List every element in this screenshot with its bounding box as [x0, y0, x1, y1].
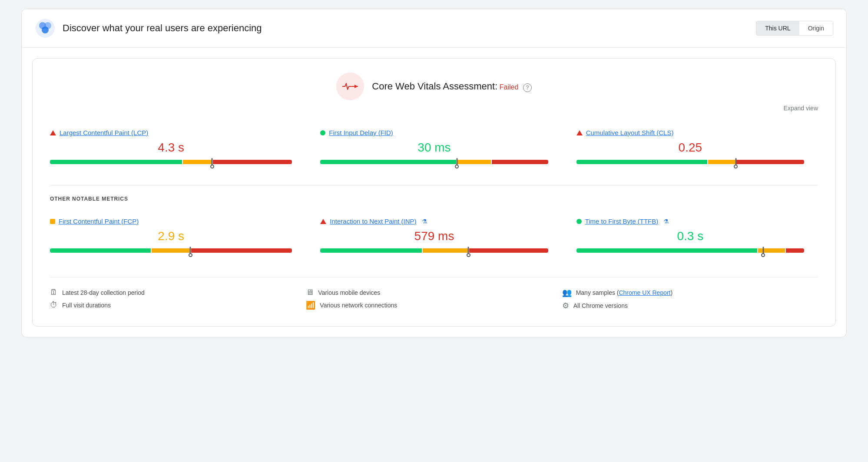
metric-name[interactable]: Interaction to Next Paint (INP)	[330, 218, 416, 225]
triangle-red-icon	[50, 130, 56, 135]
metric-item: First Contentful Paint (FCP)2.9 s	[50, 211, 306, 263]
footer-item-samples: 👥 Many samples (Chrome UX Report)	[562, 286, 818, 299]
bar-green	[50, 160, 182, 164]
core-metrics-grid: Largest Contentful Paint (LCP)4.3 sFirst…	[50, 122, 818, 175]
footer-devices-text: Various mobile devices	[318, 289, 380, 296]
network-icon: 📶	[306, 300, 315, 310]
progress-bar	[320, 248, 548, 253]
footer-item-network: 📶 Various network connections	[306, 299, 562, 312]
this-url-tab[interactable]: This URL	[756, 21, 799, 35]
flask-icon: ⚗	[663, 218, 669, 225]
metric-label-row: First Input Delay (FID)	[320, 129, 548, 136]
metric-value: 579 ms	[320, 229, 548, 243]
url-toggle: This URL Origin	[756, 21, 833, 36]
metric-name[interactable]: Largest Contentful Paint (LCP)	[60, 129, 148, 136]
origin-tab[interactable]: Origin	[799, 21, 833, 35]
bar-red	[736, 160, 804, 164]
bar-marker-dot	[455, 165, 459, 168]
chrome-icon: ⚙	[562, 301, 569, 310]
bar-green	[320, 248, 422, 253]
footer-col2: 🖥 Various mobile devices 📶 Various netwo…	[306, 286, 562, 312]
bar-green	[50, 248, 151, 253]
page-title: Discover what your real users are experi…	[63, 23, 262, 34]
other-metrics-grid: First Contentful Paint (FCP)2.9 sInterac…	[50, 211, 818, 263]
flask-icon: ⚗	[422, 218, 427, 225]
metric-name[interactable]: Time to First Byte (TTFB)	[585, 218, 659, 225]
logo-icon	[35, 18, 56, 39]
main-card: Core Web Vitals Assessment: Failed ? Exp…	[32, 58, 836, 327]
metric-label-row: Interaction to Next Paint (INP)⚗	[320, 218, 548, 225]
bar-marker	[212, 158, 213, 166]
metric-value: 30 ms	[320, 141, 548, 155]
progress-bar	[50, 160, 292, 164]
progress-bar	[576, 248, 804, 253]
footer-item-chrome: ⚙ All Chrome versions	[562, 299, 818, 312]
header: Discover what your real users are experi…	[22, 9, 846, 48]
metric-label-row: Largest Contentful Paint (LCP)	[50, 129, 292, 136]
metric-item: Interaction to Next Paint (INP)⚗579 ms	[306, 211, 562, 263]
metric-item: First Input Delay (FID)30 ms	[306, 122, 562, 175]
help-icon[interactable]: ?	[523, 83, 532, 92]
bar-red	[786, 248, 804, 253]
footer-col3: 👥 Many samples (Chrome UX Report) ⚙ All …	[562, 286, 818, 312]
metric-item: Cumulative Layout Shift (CLS)0.25	[562, 122, 818, 175]
metric-value: 0.3 s	[576, 229, 804, 243]
expand-link[interactable]: Expand view	[784, 105, 818, 112]
assessment-label: Core Web Vitals Assessment:	[372, 81, 497, 92]
bar-marker-dot	[761, 253, 765, 257]
other-metrics-label: OTHER NOTABLE METRICS	[50, 196, 818, 202]
metric-name[interactable]: First Input Delay (FID)	[329, 129, 393, 136]
footer-network-text: Various network connections	[320, 302, 397, 309]
bar-marker-dot	[189, 253, 192, 257]
bar-marker	[468, 247, 469, 254]
triangle-red-icon	[320, 219, 326, 224]
bar-orange	[708, 160, 735, 164]
svg-marker-5	[354, 85, 358, 88]
main-container: Discover what your real users are experi…	[21, 9, 847, 337]
metric-label-row: Time to First Byte (TTFB)⚗	[576, 218, 804, 225]
failed-waveform-icon	[342, 82, 358, 91]
bar-orange	[183, 160, 212, 164]
bar-marker-dot	[734, 165, 738, 168]
bar-orange	[423, 248, 468, 253]
footer-item-collection: 🗓 Latest 28-day collection period	[50, 286, 306, 299]
bar-orange	[457, 160, 491, 164]
footer-samples-text: Many samples (Chrome UX Report)	[576, 289, 673, 296]
footer-item-devices: 🖥 Various mobile devices	[306, 286, 562, 299]
footer-item-visit: ⏱ Full visit durations	[50, 299, 306, 311]
metric-item: Largest Contentful Paint (LCP)4.3 s	[50, 122, 306, 175]
bar-marker	[190, 247, 191, 254]
metric-value: 0.25	[576, 141, 804, 155]
assessment-header: Core Web Vitals Assessment: Failed ?	[50, 73, 818, 100]
chrome-ux-report-link[interactable]: Chrome UX Report	[619, 289, 670, 296]
metric-name[interactable]: Cumulative Layout Shift (CLS)	[586, 129, 674, 136]
expand-row: Expand view	[50, 105, 818, 112]
bar-marker	[735, 158, 736, 166]
bar-red	[469, 248, 548, 253]
bar-green	[320, 160, 456, 164]
bar-red	[191, 248, 292, 253]
bar-orange	[152, 248, 190, 253]
svg-point-3	[42, 26, 49, 33]
bar-marker	[762, 247, 764, 254]
bar-green	[576, 248, 757, 253]
square-orange-icon	[50, 219, 55, 224]
circle-green-icon	[320, 130, 325, 135]
section-divider	[50, 185, 818, 185]
failed-icon-circle	[336, 73, 364, 100]
assessment-status: Failed	[500, 83, 519, 91]
bar-marker-dot	[210, 165, 214, 168]
users-icon: 👥	[562, 288, 572, 297]
footer-collection-text: Latest 28-day collection period	[62, 289, 145, 296]
stopwatch-icon: ⏱	[50, 300, 58, 310]
metric-name[interactable]: First Contentful Paint (FCP)	[59, 218, 139, 225]
assessment-title-row: Core Web Vitals Assessment: Failed ?	[372, 81, 531, 92]
bar-green	[576, 160, 708, 164]
metric-item: Time to First Byte (TTFB)⚗0.3 s	[562, 211, 818, 263]
progress-bar	[50, 248, 292, 253]
metric-label-row: First Contentful Paint (FCP)	[50, 218, 292, 225]
triangle-red-icon	[576, 130, 583, 135]
bar-marker	[456, 158, 457, 166]
bar-red	[213, 160, 292, 164]
bar-marker-dot	[467, 253, 470, 257]
